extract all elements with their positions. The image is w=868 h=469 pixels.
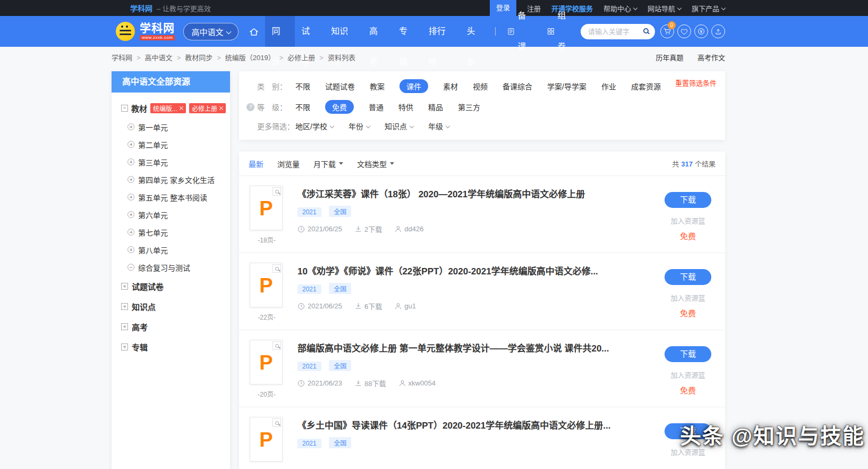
- gaokao-essay-link[interactable]: 高考作文: [697, 54, 725, 62]
- doc-type-dropdown[interactable]: 文档类型: [357, 158, 394, 169]
- year-tag[interactable]: 2021: [297, 362, 321, 371]
- crumb-home[interactable]: 学科网: [112, 52, 145, 62]
- year-tag[interactable]: 2021: [297, 207, 321, 217]
- upload-icon[interactable]: [711, 24, 725, 38]
- past-papers-link[interactable]: 历年真题: [656, 54, 684, 62]
- sort-views[interactable]: 浏览量: [277, 158, 300, 169]
- region-tag[interactable]: 全国: [329, 437, 351, 448]
- expand-icon[interactable]: [127, 141, 134, 148]
- expand-icon[interactable]: [121, 323, 128, 330]
- preview-zoom-icon[interactable]: [273, 264, 281, 273]
- paper-builder-link[interactable]: 组卷: [541, 16, 581, 47]
- sidebar-item-unit1[interactable]: 第一单元: [112, 118, 230, 136]
- help-icon[interactable]: [246, 103, 254, 111]
- year-tag[interactable]: 2021: [297, 439, 321, 448]
- preview-zoom-icon[interactable]: [273, 341, 281, 350]
- sidebar-item-unit4[interactable]: 第四单元 家乡文化生活: [112, 171, 230, 188]
- resource-title[interactable]: 部编版高中语文必修上册 第一单元整体教学设计——学会鉴赏小说 课件共20...: [297, 341, 660, 354]
- category-option[interactable]: 素材: [443, 81, 458, 91]
- close-icon[interactable]: [219, 106, 224, 111]
- sidebar-item-papers[interactable]: 试题试卷: [112, 276, 230, 296]
- sort-latest[interactable]: 最新: [249, 158, 263, 169]
- level-option[interactable]: 精品: [428, 102, 443, 112]
- nav-item-knowledge[interactable]: 知识点: [325, 16, 363, 47]
- knowledge-dropdown[interactable]: 知识点: [385, 121, 413, 131]
- sidebar-item-knowledge[interactable]: 知识点: [112, 296, 230, 316]
- category-option[interactable]: 不限: [295, 81, 310, 91]
- coin-icon[interactable]: [694, 24, 708, 38]
- level-option[interactable]: 普通: [369, 102, 384, 112]
- help-center-menu[interactable]: 帮助中心: [603, 3, 637, 13]
- expand-icon[interactable]: [127, 229, 134, 236]
- sidebar-item-textbook[interactable]: 教材 统编版... 必修上册: [112, 98, 230, 118]
- lesson-prep-link[interactable]: 备课: [501, 16, 541, 47]
- sidebar-item-unit8[interactable]: 第八单元: [112, 241, 230, 258]
- level-option-selected[interactable]: 免费: [325, 100, 354, 114]
- home-nav-item[interactable]: [243, 16, 265, 47]
- ppt-thumbnail[interactable]: P: [250, 263, 283, 307]
- subject-dropdown[interactable]: 高中语文: [183, 23, 239, 40]
- expand-icon[interactable]: [127, 194, 134, 200]
- close-icon[interactable]: [179, 106, 184, 111]
- site-name-link[interactable]: 学科网: [130, 3, 152, 13]
- preview-zoom-icon[interactable]: [273, 187, 281, 196]
- download-button[interactable]: 下载: [665, 192, 711, 208]
- ppt-thumbnail[interactable]: P: [250, 417, 283, 462]
- level-option[interactable]: 不限: [295, 102, 310, 112]
- nav-item-papers[interactable]: 试卷: [295, 16, 325, 47]
- resource-title[interactable]: 《乡土中国》导读课件（14张PPT）2020-2021学年统编版高中语文必修上册…: [297, 418, 660, 431]
- resource-title[interactable]: 《涉江采芙蓉》课件（18张） 2020—2021学年统编版高中语文必修上册: [297, 187, 660, 200]
- crumb-sync[interactable]: 教材同步: [185, 52, 225, 62]
- region-tag[interactable]: 全国: [329, 206, 351, 217]
- collapse-icon[interactable]: [127, 264, 134, 271]
- sidebar-item-review[interactable]: 综合复习与测试: [112, 258, 230, 276]
- cart-icon[interactable]: 0: [660, 24, 674, 38]
- download-button[interactable]: 下载: [665, 346, 711, 362]
- search-icon[interactable]: [643, 28, 649, 34]
- sidebar-item-unit2[interactable]: 第二单元: [112, 136, 230, 153]
- region-tag[interactable]: 全国: [329, 360, 351, 371]
- sidebar-item-unit7[interactable]: 第七单元: [112, 223, 230, 241]
- category-option[interactable]: 作业: [601, 81, 616, 91]
- nav-item-ranking[interactable]: 排行榜: [422, 16, 461, 47]
- products-menu[interactable]: 旗下产品: [692, 3, 725, 13]
- crumb-edition[interactable]: 统编版（2019）: [225, 52, 288, 62]
- category-option[interactable]: 视频: [473, 81, 488, 91]
- site-nav-menu[interactable]: 网站导航: [648, 3, 681, 13]
- expand-icon[interactable]: [127, 158, 134, 165]
- expand-icon[interactable]: [121, 283, 128, 290]
- sidebar-item-unit3[interactable]: 第三单元: [112, 153, 230, 171]
- crumb-volume[interactable]: 必修上册: [287, 52, 328, 62]
- category-option[interactable]: 试题试卷: [325, 81, 355, 91]
- sidebar-item-gaokao[interactable]: 高考: [112, 316, 230, 337]
- grade-dropdown[interactable]: 年级: [428, 121, 449, 131]
- expand-icon[interactable]: [121, 303, 128, 310]
- ppt-thumbnail[interactable]: P: [250, 186, 283, 230]
- nav-item-gaokao[interactable]: 高考: [363, 16, 393, 47]
- year-tag[interactable]: 2021: [297, 284, 321, 294]
- uploader[interactable]: xkw0054: [399, 379, 436, 387]
- uploader[interactable]: gu1: [395, 302, 416, 310]
- sidebar-item-albums[interactable]: 专辑: [112, 337, 230, 357]
- expand-icon[interactable]: [127, 123, 134, 130]
- expand-icon[interactable]: [121, 344, 128, 350]
- add-to-basket-link[interactable]: 加入资源篮: [660, 215, 716, 225]
- expand-icon[interactable]: [127, 246, 134, 253]
- category-option[interactable]: 教案: [370, 81, 385, 91]
- nav-item-headlines[interactable]: 头条: [461, 16, 490, 47]
- category-option[interactable]: 学案/导学案: [547, 81, 586, 91]
- uploader[interactable]: dd426: [395, 225, 423, 233]
- preview-zoom-icon[interactable]: [273, 418, 281, 427]
- region-school-dropdown[interactable]: 地区/学校: [295, 121, 334, 131]
- level-option[interactable]: 第三方: [458, 102, 480, 112]
- ppt-thumbnail[interactable]: P: [250, 340, 283, 384]
- region-tag[interactable]: 全国: [329, 283, 351, 294]
- collapse-icon[interactable]: [121, 105, 128, 112]
- nav-item-albums[interactable]: 专辑: [393, 16, 422, 47]
- sidebar-item-unit5[interactable]: 第五单元 整本书阅读: [112, 188, 230, 206]
- category-option[interactable]: 备课综合: [503, 81, 532, 91]
- nav-item-sync[interactable]: 同步: [265, 16, 295, 47]
- add-to-basket-link[interactable]: 加入资源篮: [660, 292, 716, 303]
- category-option[interactable]: 成套资源: [631, 81, 661, 91]
- logo[interactable]: 学科网 www.zxxk.com: [116, 22, 175, 41]
